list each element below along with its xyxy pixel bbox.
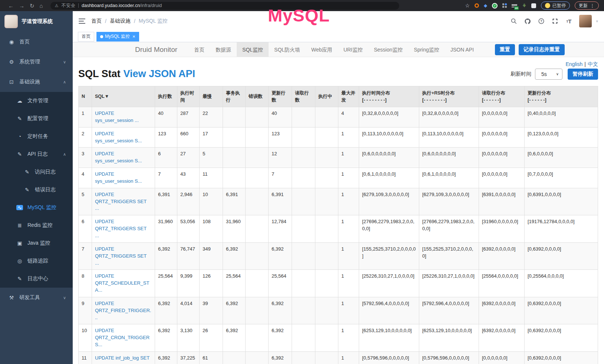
druid-nav-item-6[interactable]: Session监控	[368, 42, 408, 57]
sql-link[interactable]: UPDATE QRTZ_SCHEDULER_STA...	[95, 273, 149, 293]
github-icon[interactable]	[524, 18, 531, 24]
browser-reload-icon[interactable]	[30, 3, 35, 9]
sql-link[interactable]: UPDATE QRTZ_FIRED_TRIGGER...	[95, 301, 151, 320]
adblock-extension-icon[interactable]	[475, 3, 479, 8]
hamburger-icon[interactable]	[79, 19, 85, 24]
sidebar-item-mysql-monitor[interactable]: ∿MySQL 监控	[0, 199, 73, 216]
column-header[interactable]: 读取行分布[- - - - - -]	[479, 86, 525, 107]
druid-nav-item-8[interactable]: JSON API	[445, 42, 479, 57]
column-header[interactable]: 更新行数	[269, 86, 292, 107]
address-bar[interactable]: ⚠ 不安全 dashboard.yudao.iocoder.cn/infra/d…	[50, 2, 399, 10]
lang-english-link[interactable]: English	[565, 61, 582, 67]
help-icon[interactable]: ?	[538, 18, 545, 24]
browser-home-icon[interactable]	[40, 3, 43, 9]
font-size-icon[interactable]: тT	[565, 18, 572, 24]
breadcrumb-item[interactable]: 基础设施	[110, 18, 131, 24]
user-avatar[interactable]	[579, 15, 592, 27]
column-header-label: 执行时间分布	[362, 90, 416, 97]
sidebar-item-trace[interactable]: ◎链路追踪	[0, 252, 73, 270]
druid-nav-item-0[interactable]: 首页	[188, 42, 210, 57]
table-cell: [0,0,0,0,0,0]	[479, 351, 525, 364]
search-icon[interactable]	[511, 18, 517, 24]
sidebar-item-config-mgmt[interactable]: ✎配置管理	[0, 110, 73, 128]
list-extension-icon[interactable]: on	[512, 3, 517, 8]
table-cell	[292, 188, 315, 215]
sidebar-item-infra[interactable]: ⊡基础设施∧	[0, 72, 73, 92]
column-header[interactable]: 执行中	[315, 86, 338, 107]
sidebar-item-java-monitor[interactable]: ▣Java 监控	[0, 234, 73, 252]
column-header[interactable]: 更新行分布[- - - - - -]	[525, 86, 598, 107]
column-header[interactable]: 最大并发	[338, 86, 359, 107]
column-header[interactable]: SQL▼	[92, 86, 155, 107]
sql-link[interactable]: UPDATE QRTZ_TRIGGERS SET ...	[95, 219, 147, 238]
sidebar-item-redis-monitor[interactable]: ≣Redis 监控	[0, 216, 73, 234]
sql-link[interactable]: UPDATE QRTZ_TRIGGERS SET ...	[95, 246, 147, 266]
sql-link[interactable]: UPDATE sys_user_session S...	[95, 131, 142, 143]
grid-extension-icon[interactable]	[502, 3, 507, 8]
app-logo[interactable]: 芋道管理系统	[0, 11, 73, 32]
reset-button[interactable]: 重置	[495, 44, 515, 55]
update-badge[interactable]: 更新⋮	[575, 1, 599, 10]
column-header-histogram: [- - - - - - - -]	[422, 97, 476, 104]
druid-nav-item-4[interactable]: Web应用	[306, 42, 338, 57]
sidebar-item-dev-tools[interactable]: ⚒研发工具∨	[0, 288, 73, 308]
sidebar-item-file-mgmt[interactable]: ☁文件管理	[0, 92, 73, 110]
seedling-extension-icon[interactable]: ⚘	[522, 3, 526, 9]
sidebar-item-api-log[interactable]: ✎API 日志∧	[0, 145, 73, 163]
refresh-interval-select[interactable]: 5s∨	[535, 69, 562, 80]
table-cell: 4,014	[177, 297, 200, 324]
check-extension-icon[interactable]: ✓	[492, 3, 498, 9]
table-cell	[246, 215, 269, 243]
gem-extension-icon[interactable]: ◆	[484, 3, 487, 8]
sql-link[interactable]: UPDATE sys_user_session ...	[95, 110, 139, 123]
column-header[interactable]: 读取行数	[292, 86, 315, 107]
extensions-puzzle-icon[interactable]	[531, 3, 536, 8]
druid-nav-item-3[interactable]: SQL防火墙	[269, 42, 306, 57]
sidebar-item-access-log[interactable]: ✎访问日志	[0, 163, 73, 181]
druid-nav-item-7[interactable]: Spring监控	[408, 42, 445, 57]
column-header[interactable]: 执行+RS时分布[- - - - - - - -]	[419, 86, 479, 107]
sidebar-item-home[interactable]: ◉首页	[0, 32, 73, 52]
table-cell: [0,5796,596,0,0,0,0,0]	[419, 351, 479, 364]
sidebar-item-system-mgmt[interactable]: ⚙系统管理∨	[0, 52, 73, 72]
title-row: SQL StatView JSON API 刷新时间 5s∨ 暂停刷新	[78, 68, 598, 80]
sql-link[interactable]: UPDATE QRTZ_CRON_TRIGGERS...	[95, 328, 150, 347]
browser-back-icon[interactable]	[8, 3, 14, 9]
kebab-menu-icon[interactable]: ⋮	[590, 3, 595, 9]
column-header[interactable]: 最慢	[200, 86, 223, 107]
tab-mysql[interactable]: MySQL 监控×	[96, 32, 139, 42]
view-json-api-link[interactable]: View JSON API	[124, 68, 196, 79]
log-and-reset-button[interactable]: 记录日志并重置	[519, 44, 565, 55]
sidebar-item-cron-job[interactable]: ◔定时任务	[0, 128, 73, 145]
column-header[interactable]: 执行时间	[177, 86, 200, 107]
table-cell: UPDATE QRTZ_FIRED_TRIGGER...	[92, 297, 155, 324]
bookmark-star-icon[interactable]: ☆	[465, 3, 470, 9]
tab-home[interactable]: 首页	[78, 32, 94, 42]
column-header[interactable]: N	[79, 86, 92, 107]
sql-link[interactable]: UPDATE QRTZ_TRIGGERS SET ...	[95, 192, 147, 211]
druid-nav-item-5[interactable]: URI监控	[338, 42, 368, 57]
sql-link[interactable]: UPDATE inf_job_log SET e...	[95, 355, 150, 364]
table-cell: 9,399	[177, 270, 200, 297]
column-header[interactable]: 执行时间分布[- - - - - - - -]	[359, 86, 419, 107]
table-cell	[246, 148, 269, 168]
close-icon[interactable]: ×	[132, 34, 135, 39]
table-cell: UPDATE QRTZ_TRIGGERS SET ...	[92, 242, 155, 270]
column-header[interactable]: 事务执行	[223, 86, 246, 107]
sql-link[interactable]: UPDATE sys_user_session S...	[95, 151, 142, 163]
lang-chinese-link[interactable]: 中文	[588, 61, 598, 67]
sidebar-item-log-center[interactable]: ✎日志中心	[0, 270, 73, 288]
sql-link[interactable]: UPDATE sys_user_session S...	[95, 171, 142, 184]
gear-icon: ⚙	[8, 59, 15, 65]
browser-forward-icon[interactable]	[19, 3, 24, 9]
column-header[interactable]: 错误数	[246, 86, 269, 107]
column-header[interactable]: 执行数	[155, 86, 177, 107]
fullscreen-icon[interactable]	[552, 18, 558, 24]
druid-nav-item-2[interactable]: SQL监控	[237, 42, 269, 57]
paused-badge[interactable]: 已暂停	[541, 1, 570, 10]
sidebar-item-error-log[interactable]: ✎错误日志	[0, 181, 73, 199]
breadcrumb-item[interactable]: 首页	[91, 18, 102, 24]
pause-refresh-button[interactable]: 暂停刷新	[568, 69, 598, 80]
chevron-down-icon[interactable]: ▾	[596, 19, 598, 24]
druid-nav-item-1[interactable]: 数据源	[210, 42, 237, 57]
